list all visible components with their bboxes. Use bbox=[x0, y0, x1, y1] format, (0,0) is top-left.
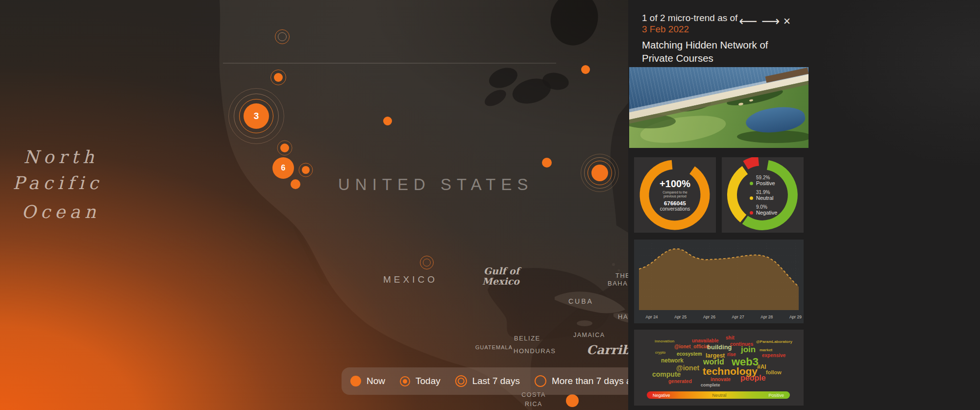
wordcloud-term[interactable]: innovate bbox=[710, 377, 731, 382]
sentiment-card: 59.2%Positive31.9%Neutral9.0%Negative bbox=[722, 157, 804, 233]
sentiment-bar-positive-label: Positive bbox=[768, 393, 784, 398]
marker-dot: 6 bbox=[272, 157, 294, 179]
sentiment-label: Negative bbox=[756, 210, 777, 216]
x-tick-label: Apr 28 bbox=[760, 314, 773, 319]
volume-subtext: Compared to the previous period bbox=[660, 191, 691, 199]
trend-counter: 1 of 2 micro-trend as of bbox=[642, 13, 737, 24]
wordcloud-card: innovationunavailableshitcontinues@Param… bbox=[634, 330, 804, 406]
volume-donut-center: +100% Compared to the previous period 67… bbox=[653, 178, 697, 212]
now-dot-icon bbox=[350, 376, 361, 386]
marker-dot bbox=[383, 117, 392, 125]
marker-ring bbox=[423, 259, 431, 266]
sentiment-dot-icon bbox=[750, 196, 753, 200]
wordcloud-term[interactable]: crypto bbox=[655, 351, 665, 354]
sentiment-bar-negative-label: Negative bbox=[653, 393, 670, 398]
wordcloud-term[interactable]: unavailable bbox=[692, 338, 718, 343]
sentiment-label: Positive bbox=[756, 180, 775, 186]
wordcloud-term[interactable]: network bbox=[661, 358, 684, 363]
label-mexico: MEXICO bbox=[383, 274, 438, 285]
wordcloud-term[interactable]: generated bbox=[668, 379, 692, 384]
marker-dot bbox=[542, 158, 552, 168]
app-root: North Pacific Ocean UNITED STATES MEXICO… bbox=[0, 0, 980, 410]
legend-label: More than 7 days ago bbox=[552, 376, 632, 386]
wordcloud-term[interactable]: building bbox=[707, 344, 732, 350]
wordcloud-term[interactable]: #AI bbox=[757, 364, 766, 370]
conversation-count: 6766045 bbox=[653, 200, 697, 206]
legend-label: Today bbox=[416, 376, 441, 386]
label-honduras: HONDURAS bbox=[514, 347, 556, 355]
legend-label: Last 7 days bbox=[472, 376, 520, 386]
wordcloud-term[interactable]: market bbox=[760, 348, 772, 352]
x-tick-label: Apr 26 bbox=[703, 314, 715, 319]
sentiment-legend-item: 31.9%Neutral bbox=[750, 190, 777, 201]
trend-title: Matching Hidden Network of Private Cours… bbox=[642, 38, 800, 65]
wordcloud-term[interactable]: shit bbox=[726, 336, 735, 340]
label-north-pacific-ocean: Ocean bbox=[22, 202, 100, 222]
wordcloud-term[interactable]: join bbox=[741, 345, 756, 354]
volume-change: +100% bbox=[653, 178, 697, 190]
wordcloud-term[interactable]: complete bbox=[701, 383, 720, 387]
wordcloud-term[interactable]: world bbox=[703, 358, 724, 366]
trend-date: 3 Feb 2022 bbox=[642, 24, 689, 35]
conversation-timeline-card: Apr 24Apr 25Apr 26Apr 27Apr 28Apr 29 bbox=[634, 240, 804, 323]
single-ring-icon bbox=[535, 375, 546, 387]
wordcloud-term[interactable]: @ParamLaboratory bbox=[756, 340, 792, 344]
label-gulf-of-mexico: Mexico bbox=[482, 276, 519, 287]
sentiment-pct: 9.0% bbox=[756, 204, 777, 210]
label-united-states: UNITED STATES bbox=[338, 175, 533, 194]
timeline-area-chart bbox=[639, 243, 799, 310]
wordcloud-term[interactable]: innovation bbox=[655, 339, 674, 343]
marker-dot bbox=[581, 65, 590, 74]
sentiment-label: Neutral bbox=[756, 195, 773, 201]
sentiment-pct: 59.2% bbox=[756, 175, 777, 180]
legend-item-now: Now bbox=[350, 376, 385, 386]
wordcloud-term[interactable]: expensive bbox=[762, 353, 785, 358]
label-belize: BELIZE bbox=[514, 335, 540, 342]
x-tick-label: Apr 24 bbox=[646, 314, 658, 319]
label-jamaica: JAMAICA bbox=[573, 332, 605, 338]
sentiment-dot-icon bbox=[750, 211, 753, 215]
marker-ring bbox=[278, 32, 287, 41]
sentiment-pct: 31.9% bbox=[756, 190, 777, 195]
marker-dot bbox=[280, 144, 289, 152]
marker-dot bbox=[274, 73, 283, 82]
wordcloud-term[interactable]: people bbox=[740, 374, 766, 382]
legend-item-last-7-days: Last 7 days bbox=[455, 375, 520, 387]
close-icon[interactable]: ✕ bbox=[783, 17, 791, 26]
wordcloud-term[interactable]: ecosystem bbox=[677, 352, 702, 357]
wordcloud-term[interactable]: @ionet_official bbox=[674, 344, 709, 349]
sentiment-dot-icon bbox=[750, 182, 753, 185]
label-cuba: CUBA bbox=[568, 297, 593, 305]
x-tick-label: Apr 29 bbox=[789, 314, 802, 319]
label-caribbean: Carribbean bbox=[587, 343, 632, 357]
prev-arrow-icon[interactable]: ⟵ bbox=[739, 15, 757, 27]
today-ring-dot-icon bbox=[400, 376, 410, 386]
trend-detail-panel: 1 of 2 micro-trend as of 3 Feb 2022 ⟵ ⟶ … bbox=[628, 0, 980, 410]
map-canvas[interactable]: North Pacific Ocean UNITED STATES MEXICO… bbox=[0, 0, 632, 410]
label-north-pacific-ocean: North bbox=[24, 147, 98, 167]
legend-label: Now bbox=[367, 376, 385, 386]
marker-dot bbox=[291, 179, 300, 189]
wordcloud-term[interactable]: follow bbox=[766, 370, 782, 375]
sentiment-legend-item: 59.2%Positive bbox=[750, 175, 777, 186]
marker-dot bbox=[591, 165, 608, 181]
sentiment-bar-neutral-label: Neutral bbox=[712, 393, 727, 398]
x-tick-label: Apr 25 bbox=[674, 314, 686, 319]
sentiment-legend: 59.2%Positive31.9%Neutral9.0%Negative bbox=[750, 175, 777, 219]
legend-item-more-than-7-days: More than 7 days ago bbox=[535, 375, 632, 387]
wordcloud-term[interactable]: compute bbox=[652, 371, 681, 378]
map-legend: Now Today Last 7 days More than 7 days a… bbox=[342, 367, 632, 395]
marker-dot bbox=[302, 166, 310, 174]
wordcloud: innovationunavailableshitcontinues@Param… bbox=[634, 330, 804, 390]
sentiment-gradient-bar: Negative Neutral Positive bbox=[647, 391, 790, 399]
label-costa-rica: RICA bbox=[518, 401, 549, 408]
sentiment-legend-item: 9.0%Negative bbox=[750, 204, 777, 216]
label-guatemala: GUATEMALA bbox=[475, 344, 513, 350]
marker-dot bbox=[566, 394, 579, 407]
conversation-unit: conversations bbox=[653, 206, 697, 212]
next-arrow-icon[interactable]: ⟶ bbox=[761, 15, 780, 27]
conversation-volume-card: +100% Compared to the previous period 67… bbox=[634, 157, 716, 233]
legend-item-today: Today bbox=[400, 376, 441, 386]
label-north-pacific-ocean: Pacific bbox=[13, 173, 103, 193]
double-ring-icon bbox=[455, 375, 467, 387]
